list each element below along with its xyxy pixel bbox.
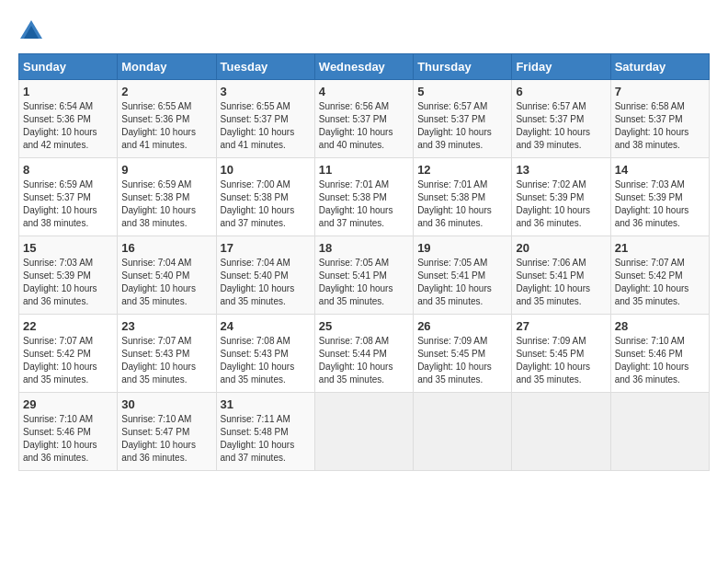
calendar-cell: 19 Sunrise: 7:05 AMSunset: 5:41 PMDaylig… (414, 236, 512, 315)
day-info: Sunrise: 7:01 AMSunset: 5:38 PMDaylight:… (319, 179, 393, 228)
day-info: Sunrise: 6:59 AMSunset: 5:38 PMDaylight:… (121, 179, 196, 228)
day-info: Sunrise: 7:10 AMSunset: 5:46 PMDaylight:… (615, 336, 689, 385)
calendar-cell: 28 Sunrise: 7:10 AMSunset: 5:46 PMDaylig… (610, 315, 709, 393)
calendar-cell: 6 Sunrise: 6:57 AMSunset: 5:37 PMDayligh… (512, 80, 610, 158)
calendar-cell: 27 Sunrise: 7:09 AMSunset: 5:45 PMDaylig… (512, 315, 610, 393)
calendar-cell: 4 Sunrise: 6:56 AMSunset: 5:37 PMDayligh… (314, 80, 413, 158)
day-info: Sunrise: 7:10 AMSunset: 5:46 PMDaylight:… (23, 414, 97, 463)
day-info: Sunrise: 7:10 AMSunset: 5:47 PMDaylight:… (121, 414, 196, 463)
day-number: 15 (23, 241, 113, 255)
calendar-cell: 21 Sunrise: 7:07 AMSunset: 5:42 PMDaylig… (610, 236, 709, 315)
calendar-cell: 5 Sunrise: 6:57 AMSunset: 5:37 PMDayligh… (414, 80, 512, 158)
day-info: Sunrise: 6:56 AMSunset: 5:37 PMDaylight:… (319, 101, 393, 150)
calendar-cell: 9 Sunrise: 6:59 AMSunset: 5:38 PMDayligh… (118, 158, 216, 236)
calendar-cell: 7 Sunrise: 6:58 AMSunset: 5:37 PMDayligh… (610, 80, 709, 158)
calendar-cell: 11 Sunrise: 7:01 AMSunset: 5:38 PMDaylig… (314, 158, 413, 236)
day-number: 3 (221, 85, 311, 98)
day-info: Sunrise: 7:08 AMSunset: 5:44 PMDaylight:… (319, 336, 393, 385)
day-number: 6 (516, 85, 606, 98)
day-info: Sunrise: 7:07 AMSunset: 5:42 PMDaylight:… (615, 258, 689, 306)
calendar-cell: 12 Sunrise: 7:01 AMSunset: 5:38 PMDaylig… (414, 158, 512, 236)
day-info: Sunrise: 6:57 AMSunset: 5:37 PMDaylight:… (516, 101, 590, 150)
calendar-row: 1 Sunrise: 6:54 AMSunset: 5:36 PMDayligh… (19, 80, 710, 158)
calendar-row: 29 Sunrise: 7:10 AMSunset: 5:46 PMDaylig… (19, 393, 710, 471)
calendar-cell: 17 Sunrise: 7:04 AMSunset: 5:40 PMDaylig… (216, 236, 314, 315)
day-info: Sunrise: 6:54 AMSunset: 5:36 PMDaylight:… (23, 101, 97, 150)
header-cell-sunday: Sunday (19, 54, 118, 80)
calendar-cell: 2 Sunrise: 6:55 AMSunset: 5:36 PMDayligh… (118, 80, 216, 158)
day-info: Sunrise: 7:05 AMSunset: 5:41 PMDaylight:… (319, 258, 393, 306)
calendar-cell: 22 Sunrise: 7:07 AMSunset: 5:42 PMDaylig… (19, 315, 118, 393)
day-info: Sunrise: 6:58 AMSunset: 5:37 PMDaylight:… (615, 101, 689, 150)
day-info: Sunrise: 7:07 AMSunset: 5:42 PMDaylight:… (23, 336, 97, 385)
day-info: Sunrise: 7:09 AMSunset: 5:45 PMDaylight:… (417, 336, 492, 385)
day-number: 10 (221, 163, 311, 177)
day-info: Sunrise: 7:06 AMSunset: 5:41 PMDaylight:… (516, 258, 590, 306)
day-number: 9 (121, 163, 211, 177)
day-number: 22 (23, 319, 113, 333)
header-cell-saturday: Saturday (610, 54, 709, 80)
day-number: 23 (121, 319, 211, 333)
calendar-cell (414, 393, 512, 471)
day-info: Sunrise: 7:05 AMSunset: 5:41 PMDaylight:… (417, 258, 492, 306)
calendar-cell: 30 Sunrise: 7:10 AMSunset: 5:47 PMDaylig… (118, 393, 216, 471)
calendar-cell: 3 Sunrise: 6:55 AMSunset: 5:37 PMDayligh… (216, 80, 314, 158)
calendar-cell: 23 Sunrise: 7:07 AMSunset: 5:43 PMDaylig… (118, 315, 216, 393)
day-number: 7 (615, 85, 705, 98)
calendar-body: 1 Sunrise: 6:54 AMSunset: 5:36 PMDayligh… (19, 80, 710, 471)
calendar-cell: 8 Sunrise: 6:59 AMSunset: 5:37 PMDayligh… (19, 158, 118, 236)
day-number: 16 (121, 241, 211, 255)
calendar-cell: 24 Sunrise: 7:08 AMSunset: 5:43 PMDaylig… (216, 315, 314, 393)
header-cell-thursday: Thursday (414, 54, 512, 80)
day-number: 14 (615, 163, 705, 177)
calendar-cell: 13 Sunrise: 7:02 AMSunset: 5:39 PMDaylig… (512, 158, 610, 236)
page-header (18, 18, 710, 44)
calendar-cell (610, 393, 709, 471)
day-info: Sunrise: 6:55 AMSunset: 5:37 PMDaylight:… (221, 101, 295, 150)
day-number: 1 (23, 85, 113, 98)
calendar-row: 8 Sunrise: 6:59 AMSunset: 5:37 PMDayligh… (19, 158, 710, 236)
day-info: Sunrise: 7:11 AMSunset: 5:48 PMDaylight:… (221, 414, 295, 463)
header-cell-monday: Monday (118, 54, 216, 80)
calendar-table: SundayMondayTuesdayWednesdayThursdayFrid… (18, 53, 710, 471)
day-info: Sunrise: 7:07 AMSunset: 5:43 PMDaylight:… (121, 336, 196, 385)
day-number: 27 (516, 319, 606, 333)
calendar-cell: 1 Sunrise: 6:54 AMSunset: 5:36 PMDayligh… (19, 80, 118, 158)
header-row: SundayMondayTuesdayWednesdayThursdayFrid… (19, 54, 710, 80)
day-info: Sunrise: 7:00 AMSunset: 5:38 PMDaylight:… (221, 179, 295, 228)
day-number: 31 (221, 397, 311, 411)
calendar-cell: 14 Sunrise: 7:03 AMSunset: 5:39 PMDaylig… (610, 158, 709, 236)
calendar-cell: 20 Sunrise: 7:06 AMSunset: 5:41 PMDaylig… (512, 236, 610, 315)
calendar-cell: 26 Sunrise: 7:09 AMSunset: 5:45 PMDaylig… (414, 315, 512, 393)
calendar-cell: 10 Sunrise: 7:00 AMSunset: 5:38 PMDaylig… (216, 158, 314, 236)
day-number: 18 (319, 241, 409, 255)
header-cell-friday: Friday (512, 54, 610, 80)
day-number: 4 (319, 85, 409, 98)
calendar-cell (314, 393, 413, 471)
calendar-row: 15 Sunrise: 7:03 AMSunset: 5:39 PMDaylig… (19, 236, 710, 315)
header-cell-wednesday: Wednesday (314, 54, 413, 80)
day-number: 28 (615, 319, 705, 333)
day-info: Sunrise: 7:03 AMSunset: 5:39 PMDaylight:… (615, 179, 689, 228)
day-number: 26 (417, 319, 507, 333)
day-info: Sunrise: 6:59 AMSunset: 5:37 PMDaylight:… (23, 179, 97, 228)
header-cell-tuesday: Tuesday (216, 54, 314, 80)
day-number: 24 (221, 319, 311, 333)
day-number: 25 (319, 319, 409, 333)
day-number: 21 (615, 241, 705, 255)
day-number: 29 (23, 397, 113, 411)
day-info: Sunrise: 6:57 AMSunset: 5:37 PMDaylight:… (417, 101, 492, 150)
calendar-cell: 15 Sunrise: 7:03 AMSunset: 5:39 PMDaylig… (19, 236, 118, 315)
calendar-header: SundayMondayTuesdayWednesdayThursdayFrid… (19, 54, 710, 80)
day-info: Sunrise: 7:04 AMSunset: 5:40 PMDaylight:… (121, 258, 196, 306)
day-info: Sunrise: 6:55 AMSunset: 5:36 PMDaylight:… (121, 101, 196, 150)
calendar-cell: 31 Sunrise: 7:11 AMSunset: 5:48 PMDaylig… (216, 393, 314, 471)
day-number: 20 (516, 241, 606, 255)
day-number: 19 (417, 241, 507, 255)
day-info: Sunrise: 7:01 AMSunset: 5:38 PMDaylight:… (417, 179, 492, 228)
day-number: 17 (221, 241, 311, 255)
calendar-cell: 25 Sunrise: 7:08 AMSunset: 5:44 PMDaylig… (314, 315, 413, 393)
day-info: Sunrise: 7:09 AMSunset: 5:45 PMDaylight:… (516, 336, 590, 385)
calendar-cell: 18 Sunrise: 7:05 AMSunset: 5:41 PMDaylig… (314, 236, 413, 315)
day-info: Sunrise: 7:02 AMSunset: 5:39 PMDaylight:… (516, 179, 590, 228)
